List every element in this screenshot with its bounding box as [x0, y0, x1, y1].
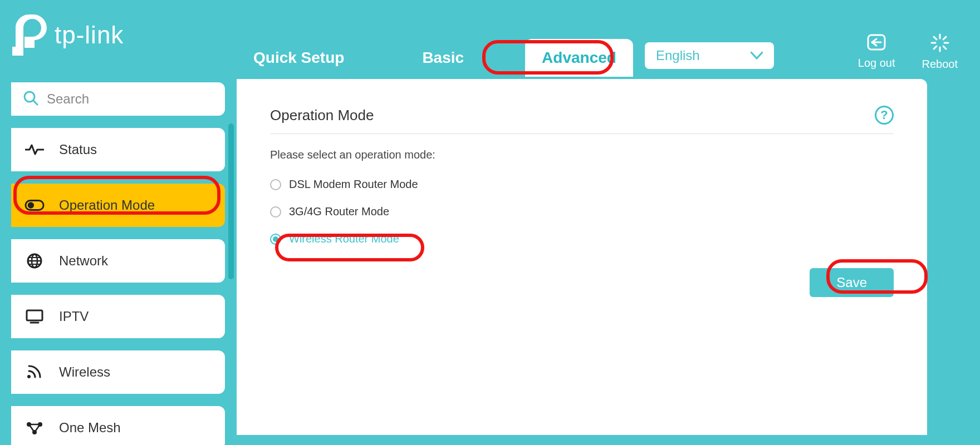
radio-icon	[270, 179, 281, 190]
sidebar-item-wireless[interactable]: Wireless	[11, 350, 225, 394]
reboot-button[interactable]: Reboot	[922, 33, 958, 71]
logo: tp-link	[12, 14, 124, 56]
sidebar-item-iptv[interactable]: IPTV	[11, 295, 225, 338]
tab-quick-setup[interactable]: Quick Setup	[237, 39, 361, 77]
top-nav: Quick Setup Basic Advanced	[237, 39, 633, 77]
svg-rect-19	[27, 310, 42, 320]
operation-mode-icon	[24, 199, 45, 211]
svg-line-8	[943, 37, 946, 39]
save-button[interactable]: Save	[810, 268, 894, 297]
wireless-icon	[24, 364, 45, 380]
svg-point-13	[28, 202, 34, 208]
help-icon[interactable]: ?	[875, 106, 894, 125]
sidebar: Status Operation Mode Network IPTV Wirel…	[11, 82, 225, 445]
radio-label: 3G/4G Router Mode	[289, 205, 389, 218]
brand-name: tp-link	[55, 21, 124, 49]
svg-line-6	[934, 37, 937, 39]
tab-basic[interactable]: Basic	[405, 39, 481, 77]
panel-header: Operation Mode ?	[270, 106, 894, 134]
sidebar-item-label: Operation Mode	[59, 197, 155, 213]
radio-label: Wireless Router Mode	[289, 233, 399, 245]
sidebar-item-label: Status	[59, 142, 97, 157]
chevron-down-icon	[751, 48, 763, 63]
status-icon	[24, 144, 45, 155]
panel-title: Operation Mode	[270, 107, 374, 124]
panel-prompt: Please select an operation mode:	[270, 149, 894, 161]
reboot-label: Reboot	[922, 58, 958, 71]
sidebar-item-network[interactable]: Network	[11, 239, 225, 283]
logout-label: Log out	[858, 57, 895, 70]
sidebar-item-one-mesh[interactable]: One Mesh	[11, 406, 225, 445]
top-right-actions: Log out Reboot	[858, 33, 958, 71]
sidebar-item-label: One Mesh	[59, 420, 121, 436]
search-input[interactable]	[47, 91, 214, 107]
main-panel: Operation Mode ? Please select an operat…	[237, 79, 927, 435]
network-icon	[24, 253, 45, 269]
one-mesh-icon	[24, 420, 45, 436]
logout-button[interactable]: Log out	[858, 33, 895, 71]
sidebar-item-label: Network	[59, 253, 108, 269]
radio-icon	[270, 206, 281, 217]
svg-line-11	[33, 101, 37, 105]
radio-dsl-modem[interactable]: DSL Modem Router Mode	[270, 178, 894, 191]
search-icon	[22, 90, 39, 108]
radio-wireless[interactable]: Wireless Router Mode	[270, 233, 894, 245]
sidebar-item-operation-mode[interactable]: Operation Mode	[11, 184, 225, 227]
reboot-icon	[930, 33, 949, 55]
language-value: English	[656, 48, 700, 63]
radio-icon	[270, 234, 281, 245]
sidebar-item-label: IPTV	[59, 309, 89, 324]
operation-mode-radio-group: DSL Modem Router Mode 3G/4G Router Mode …	[270, 178, 894, 245]
sidebar-item-label: Wireless	[59, 364, 110, 380]
search-box[interactable]	[11, 82, 225, 116]
sidebar-scrollbar[interactable]	[228, 123, 234, 279]
radio-3g4g[interactable]: 3G/4G Router Mode	[270, 205, 894, 218]
logout-icon	[866, 33, 886, 53]
sidebar-item-status[interactable]: Status	[11, 128, 225, 171]
language-select[interactable]: English	[645, 42, 774, 69]
svg-line-7	[943, 46, 946, 49]
iptv-icon	[24, 309, 45, 324]
tp-link-logo-icon	[12, 14, 47, 56]
svg-line-9	[934, 46, 937, 49]
tab-advanced[interactable]: Advanced	[525, 39, 633, 77]
radio-label: DSL Modem Router Mode	[289, 178, 418, 191]
svg-point-21	[27, 375, 31, 378]
